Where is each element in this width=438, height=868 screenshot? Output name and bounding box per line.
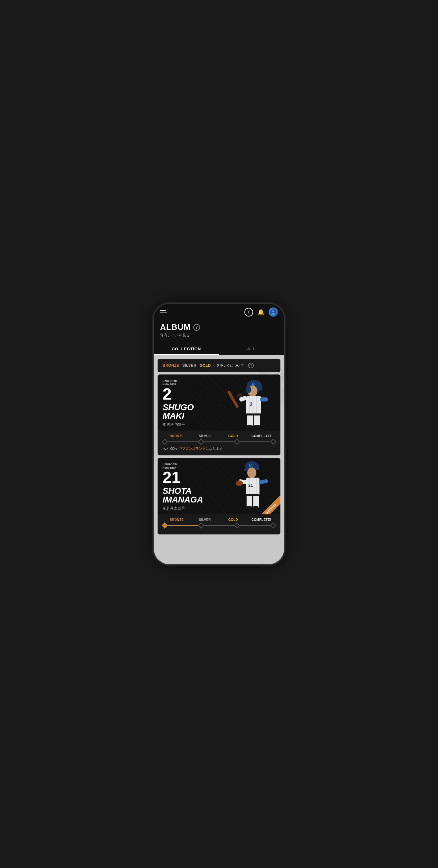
progress-label-silver-2: SILVER <box>191 518 219 521</box>
svg-rect-18 <box>246 413 261 416</box>
svg-rect-16 <box>247 414 253 426</box>
progress-line-3 <box>239 441 271 442</box>
progress-step-3 <box>234 439 240 445</box>
album-help-icon[interactable]: ? <box>193 324 200 331</box>
player-card-maki[interactable]: UNIFORM NUMBER 2 SHUGO MAKI 牧 秀悟 内野手 <box>157 374 281 455</box>
top-bar-right: i 🔔 <box>244 308 278 317</box>
progress-line-i-3 <box>239 525 271 526</box>
rank-info-text: 各ランクについて <box>216 363 244 368</box>
progress-label-complete-2: COMPLETE! <box>247 518 275 521</box>
progress-line-1 <box>167 441 199 442</box>
svg-point-33 <box>236 480 243 486</box>
progress-step-i-3 <box>234 522 240 529</box>
rank-help-icon[interactable]: ? <box>248 363 254 368</box>
phone-screen: i 🔔 ALBUM ? 保有シーンを見る <box>154 304 284 564</box>
avatar[interactable] <box>269 308 278 317</box>
svg-rect-20 <box>254 425 260 428</box>
page-header: ALBUM ? 保有シーンを見る <box>154 320 284 343</box>
progress-track-maki <box>163 440 275 444</box>
svg-point-1 <box>272 310 274 312</box>
rank-silver-label: SILVER <box>182 363 196 368</box>
progress-step-i-4 <box>270 522 276 529</box>
svg-text:B: B <box>249 463 252 467</box>
svg-rect-14 <box>227 390 239 408</box>
badge-label: BRONZE <box>258 495 281 514</box>
content-area[interactable]: 3 BRONZE SILVER GOLD 各ランクについて ? UN <box>154 355 284 564</box>
rank-bronze-label: BRONZE <box>163 363 179 368</box>
svg-rect-37 <box>246 506 252 509</box>
hamburger-menu-icon[interactable] <box>160 310 167 314</box>
player-card-maki-top: UNIFORM NUMBER 2 SHUGO MAKI 牧 秀悟 内野手 <box>157 374 281 431</box>
progress-label-bronze: BRONZE <box>163 434 191 438</box>
svg-text:B: B <box>252 382 255 386</box>
progress-line-2 <box>203 441 235 442</box>
svg-text:21: 21 <box>249 483 254 488</box>
svg-rect-32 <box>259 479 268 485</box>
rank-gold-label: GOLD <box>200 363 211 368</box>
progress-line-i-1 <box>167 525 199 526</box>
progress-message-maki: あと 00枚 でブロンズランクになります <box>163 446 275 451</box>
progress-label-complete: COMPLETE! <box>247 434 275 438</box>
svg-rect-19 <box>247 425 253 428</box>
progress-label-bronze-2: BRONZE <box>163 518 191 521</box>
progress-label-silver: SILVER <box>191 434 219 438</box>
svg-point-15 <box>237 393 243 397</box>
progress-labels-maki: BRONZE SILVER GOLD COMPLETE! <box>163 434 275 438</box>
svg-rect-10 <box>256 396 257 415</box>
phone-frame: i 🔔 ALBUM ? 保有シーンを見る <box>154 304 284 564</box>
svg-rect-7 <box>246 396 261 415</box>
svg-text:2: 2 <box>250 402 253 407</box>
progress-track-imanaga <box>163 523 275 528</box>
tab-all[interactable]: ALL <box>219 343 284 355</box>
tab-collection[interactable]: COLLECTION <box>154 343 219 355</box>
player-card-imanaga[interactable]: UNIFORM NUMBER 21 SHOTA IMANAGA 今永 昇太 投手 <box>157 458 281 534</box>
svg-point-5 <box>246 386 251 393</box>
page-subtitle: 保有シーンを見る <box>160 333 278 338</box>
svg-rect-34 <box>246 495 252 508</box>
progress-step-4 <box>270 439 276 445</box>
progress-step-2 <box>198 439 204 445</box>
progress-labels-imanaga: BRONZE SILVER GOLD COMPLETE! <box>163 518 275 521</box>
page-title-row: ALBUM ? <box>160 322 278 332</box>
progress-line-i-2 <box>203 525 235 526</box>
progress-step-i-2 <box>198 522 204 529</box>
rank-legend-bar: BRONZE SILVER GOLD 各ランクについて ? <box>157 359 281 372</box>
player-card-imanaga-top: UNIFORM NUMBER 21 SHOTA IMANAGA 今永 昇太 投手 <box>157 458 281 514</box>
progress-label-gold: GOLD <box>219 434 247 438</box>
svg-rect-9 <box>253 396 253 415</box>
player-progress-imanaga: BRONZE SILVER GOLD COMPLETE! <box>157 514 281 534</box>
svg-point-25 <box>247 467 256 478</box>
svg-rect-17 <box>254 414 260 426</box>
progress-step-1 <box>162 439 168 445</box>
page-title: ALBUM <box>160 322 191 332</box>
top-bar: i 🔔 <box>154 304 284 320</box>
progress-step-i-1 <box>162 522 168 529</box>
info-icon[interactable]: i <box>244 308 253 316</box>
bottom-spacer <box>154 537 284 543</box>
player-progress-maki: BRONZE SILVER GOLD COMPLETE! <box>157 431 281 455</box>
player-image-maki: B 2 <box>225 374 281 431</box>
progress-label-gold-2: GOLD <box>219 518 247 521</box>
svg-rect-13 <box>260 397 268 402</box>
notification-icon[interactable]: 🔔 <box>258 309 264 316</box>
bronze-badge-ribbon: BRONZE <box>256 490 281 514</box>
tabs: COLLECTION ALL <box>154 343 284 355</box>
